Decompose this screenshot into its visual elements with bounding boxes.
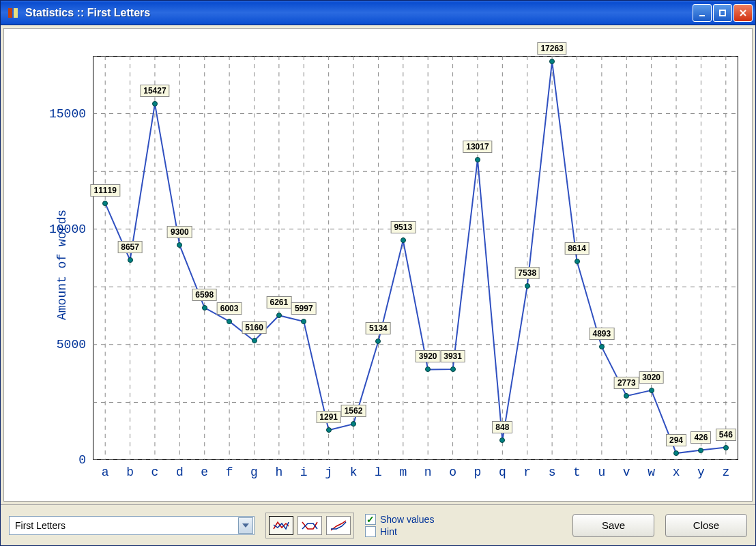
data-point[interactable] (401, 238, 406, 243)
x-tick-label: r (523, 460, 531, 479)
data-point[interactable] (276, 313, 282, 318)
data-label: 1562 (341, 405, 366, 417)
plot-region: 050001000015000abcdefghijklmnopqrstuvwxy… (93, 56, 738, 460)
data-point[interactable] (525, 283, 530, 289)
data-point[interactable] (351, 421, 356, 427)
data-label: 8614 (564, 242, 590, 255)
data-label: 11119 (91, 184, 120, 197)
x-tick-label: b (126, 460, 134, 479)
hint-label: Hint (380, 526, 397, 537)
chart-type-line1-button[interactable] (269, 516, 293, 535)
x-tick-label: p (474, 460, 482, 479)
x-tick-label: t (573, 460, 581, 479)
data-label: 6598 (192, 289, 217, 301)
options-group: Show values Hint (365, 514, 434, 537)
data-point[interactable] (375, 339, 381, 344)
data-label: 9300 (167, 226, 192, 238)
chart-type-line3-button[interactable] (326, 516, 351, 535)
data-label: 1291 (316, 411, 341, 423)
data-point[interactable] (599, 344, 605, 349)
data-point[interactable] (202, 305, 207, 311)
x-tick-label: f (226, 460, 233, 479)
x-tick-label: d (176, 460, 184, 479)
x-tick-label: g (250, 460, 258, 479)
data-label: 426 (690, 431, 711, 444)
bottom-toolbar: First Letters Show value (1, 504, 755, 545)
x-tick-label: o (449, 460, 456, 479)
window-frame: Statistics :: First Letters Amount of wo… (0, 0, 756, 546)
minimize-button[interactable] (693, 4, 712, 22)
data-point[interactable] (450, 367, 456, 372)
x-tick-label: w (648, 460, 655, 479)
x-tick-label: h (275, 460, 282, 479)
x-tick-label: l (375, 460, 382, 479)
data-label: 9513 (390, 221, 416, 233)
data-label: 5997 (291, 302, 317, 315)
x-tick-label: a (102, 460, 109, 479)
svg-rect-0 (8, 8, 12, 18)
data-point[interactable] (128, 257, 133, 263)
maximize-button[interactable] (713, 4, 732, 22)
svg-rect-3 (720, 10, 725, 16)
data-point[interactable] (649, 388, 654, 393)
data-point[interactable] (575, 259, 580, 264)
chart-type-group (265, 513, 354, 538)
data-point[interactable] (698, 448, 703, 453)
save-button-label: Save (602, 519, 625, 531)
x-tick-label: q (499, 460, 506, 479)
chart-type-line2-button[interactable] (297, 516, 322, 535)
titlebar[interactable]: Statistics :: First Letters (1, 1, 755, 25)
data-point[interactable] (102, 201, 108, 206)
x-tick-label: y (697, 460, 705, 479)
checkbox-icon (365, 514, 376, 525)
x-tick-label: j (325, 460, 332, 479)
close-button[interactable] (733, 4, 753, 22)
x-tick-label: k (350, 460, 358, 479)
data-label: 3020 (639, 371, 664, 384)
data-point[interactable] (624, 393, 629, 399)
data-point[interactable] (227, 319, 232, 324)
y-tick-label: 5000 (57, 338, 93, 351)
data-point[interactable] (549, 59, 555, 64)
data-point[interactable] (425, 367, 431, 372)
data-label: 3931 (440, 350, 465, 362)
data-label: 2773 (614, 377, 639, 389)
data-label: 5160 (242, 321, 267, 334)
data-point[interactable] (723, 445, 729, 450)
data-point[interactable] (152, 101, 158, 106)
data-point[interactable] (475, 157, 480, 162)
data-point[interactable] (499, 437, 505, 443)
svg-rect-1 (14, 8, 18, 18)
window-controls (693, 4, 753, 22)
x-tick-label: e (201, 460, 208, 479)
x-tick-label: v (623, 460, 630, 479)
app-icon (6, 6, 20, 20)
data-label: 17263 (537, 42, 566, 55)
data-label: 7538 (514, 267, 540, 279)
y-tick-label: 0 (78, 453, 93, 467)
data-label: 8657 (117, 241, 143, 253)
save-button[interactable]: Save (572, 514, 654, 537)
client-area: Amount of words 050001000015000abcdefghi… (1, 25, 755, 545)
data-label: 13017 (463, 141, 492, 153)
statistic-select-value: First Letters (15, 520, 66, 531)
window-title: Statistics :: First Letters (25, 7, 693, 19)
x-tick-label: s (549, 460, 556, 479)
data-point[interactable] (177, 242, 182, 248)
data-label: 6003 (217, 302, 242, 315)
data-label: 5134 (366, 322, 391, 334)
close-dialog-button[interactable]: Close (665, 514, 747, 537)
show-values-label: Show values (380, 514, 434, 525)
data-point[interactable] (252, 338, 257, 343)
data-label: 546 (716, 429, 736, 441)
statistic-select[interactable]: First Letters (9, 516, 255, 535)
data-point[interactable] (301, 319, 306, 324)
data-label: 294 (666, 434, 686, 446)
chart-line (93, 56, 738, 460)
hint-checkbox[interactable]: Hint (365, 526, 434, 537)
show-values-checkbox[interactable]: Show values (365, 514, 434, 525)
data-point[interactable] (673, 450, 679, 456)
data-point[interactable] (326, 427, 332, 433)
data-label: 3920 (416, 350, 441, 362)
close-button-label: Close (693, 519, 719, 531)
